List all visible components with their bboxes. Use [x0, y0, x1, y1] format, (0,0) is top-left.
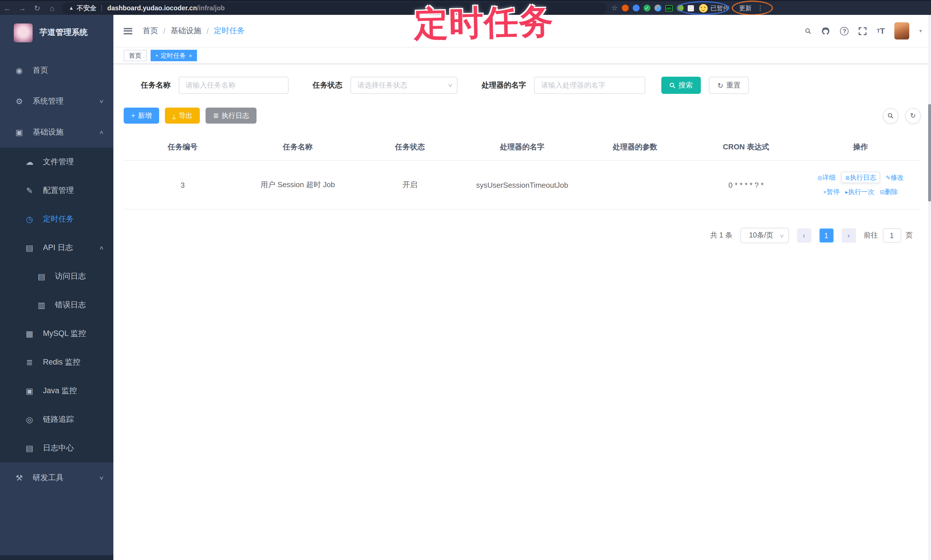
sidebar-item-mysql-monitor[interactable]: ▦ MySQL 监控	[0, 319, 113, 348]
sidebar-item-label: 文件管理	[43, 157, 74, 167]
profile-paused-chip[interactable]: 已暂停	[698, 3, 734, 13]
sidebar-item-label: 错误日志	[55, 300, 86, 310]
extension-check-icon[interactable]: ✓	[644, 5, 650, 11]
refresh-table-button[interactable]: ↻	[905, 108, 921, 123]
sidebar-item-file-manage[interactable]: ☁ 文件管理	[0, 148, 113, 176]
toggle-search-icon-button[interactable]	[883, 108, 899, 123]
sidebar-item-api-log[interactable]: ▤ API 日志 ∧	[0, 234, 113, 262]
forward-icon[interactable]: →	[15, 4, 30, 12]
fullscreen-icon[interactable]	[859, 27, 867, 35]
breadcrumb-current: 定时任务	[214, 26, 245, 36]
sidebar-item-config-manage[interactable]: ✎ 配置管理	[0, 176, 113, 205]
play-icon: ▸	[845, 189, 848, 195]
job-status-label: 任务状态	[313, 80, 342, 91]
profile-avatar-emoji	[699, 4, 708, 12]
hamburger-icon[interactable]	[124, 28, 132, 34]
page-number-1[interactable]: 1	[819, 228, 833, 243]
sidebar-item-log-center[interactable]: ▤ 日志中心	[0, 434, 113, 462]
back-icon[interactable]: ←	[0, 4, 15, 12]
app-logo-row[interactable]: 芋道管理系统	[0, 15, 113, 50]
breadcrumb-infra[interactable]: 基础设施	[171, 26, 202, 36]
font-size-icon[interactable]: TT	[877, 26, 885, 35]
sidebar-item-java-monitor[interactable]: ▣ Java 监控	[0, 377, 113, 405]
url-host[interactable]: dashboard.yudao.iocoder.cn	[107, 5, 197, 11]
tab-close-icon[interactable]: ×	[189, 52, 192, 58]
job-status-select[interactable]: 请选择任务状态 ∨	[350, 77, 458, 94]
tab-scheduled-jobs[interactable]: ● 定时任务 ×	[151, 50, 197, 61]
sidebar-item-devtools[interactable]: ⚒ 研发工具 ∨	[0, 462, 113, 493]
search-button[interactable]: 搜索	[661, 77, 701, 94]
url-path[interactable]: /infra/job	[197, 5, 225, 11]
job-name-input[interactable]	[179, 77, 288, 94]
home-icon[interactable]: ⌂	[45, 4, 60, 12]
chevron-up-icon: ∧	[99, 245, 104, 251]
exec-log-link[interactable]: ≣执行日志	[841, 172, 880, 183]
detail-link[interactable]: ◎详细	[817, 174, 835, 181]
reset-button[interactable]: ↻ 重置	[709, 77, 749, 94]
modify-link-label: 修改	[891, 174, 904, 181]
user-avatar[interactable]	[895, 22, 909, 40]
extension-grid-icon[interactable]	[654, 5, 661, 11]
export-button[interactable]: ↓ 导出	[165, 108, 200, 124]
sidebar-item-scheduled-jobs[interactable]: ◷ 定时任务	[0, 205, 113, 234]
page-scrollbar[interactable]	[928, 15, 931, 560]
sidebar-item-label: MySQL 监控	[43, 329, 86, 339]
address-bar[interactable]: ▲ 不安全 dashboard.yudao.iocoder.cn /infra/…	[62, 2, 607, 14]
pause-link[interactable]: ×暂停	[823, 188, 840, 195]
col-actions: 操作	[800, 134, 921, 160]
navbar-actions: ? TT ▾	[805, 22, 922, 40]
cell-job-name: 用户 Session 超时 Job	[242, 160, 354, 209]
next-page-button[interactable]: ›	[842, 228, 856, 243]
filter-form: 任务名称 任务状态 请选择任务状态 ∨ 处理器的名字 搜索 ↻ 重置	[124, 77, 921, 94]
infra-submenu: ☁ 文件管理 ✎ 配置管理 ◷ 定时任务 ▤ API 日志 ∧ ▤	[0, 148, 113, 462]
security-label[interactable]: 不安全	[77, 4, 97, 12]
refresh-icon: ↻	[717, 81, 723, 89]
chevron-down-icon: ∨	[99, 475, 104, 481]
sidebar-item-system[interactable]: ⚙ 系统管理 ∨	[0, 86, 113, 117]
extension-icon[interactable]	[622, 5, 629, 11]
user-menu-caret-icon[interactable]: ▾	[919, 28, 922, 34]
sidebar-item-trace[interactable]: ◎ 链路追踪	[0, 405, 113, 434]
sidebar-item-home[interactable]: ◉ 首页	[0, 55, 113, 86]
sidebar-item-access-log[interactable]: ▤ 访问日志	[0, 262, 113, 291]
run-once-link[interactable]: ▸执行一次	[845, 188, 874, 195]
extension-icon[interactable]	[633, 5, 640, 11]
handler-name-input[interactable]	[534, 77, 645, 94]
extension-on-badge[interactable]: on	[665, 5, 673, 11]
select-placeholder: 请选择任务状态	[357, 80, 407, 90]
page-size-select[interactable]: 10条/页 ∨	[740, 228, 789, 243]
extensions-puzzle-icon[interactable]	[687, 5, 694, 11]
browser-update-button[interactable]: 更新	[739, 4, 752, 12]
pagination: 共 1 条 10条/页 ∨ ‹ 1 › 前往 页	[124, 228, 921, 243]
goto-page-input[interactable]	[883, 228, 901, 243]
col-job-name: 任务名称	[242, 134, 354, 160]
modify-link[interactable]: ✎修改	[886, 174, 904, 181]
reload-icon[interactable]: ↻	[30, 4, 45, 12]
app-logo	[14, 23, 32, 42]
sidebar-item-error-log[interactable]: ▥ 错误日志	[0, 291, 113, 319]
delete-link[interactable]: ⊟删除	[880, 188, 898, 195]
sidebar-item-label: 研发工具	[32, 473, 63, 483]
exec-log-button[interactable]: ≣ 执行日志	[205, 108, 256, 124]
breadcrumb-home[interactable]: 首页	[143, 26, 158, 36]
bookmark-star-icon[interactable]: ☆	[612, 4, 618, 12]
prev-page-button[interactable]: ‹	[797, 228, 811, 243]
sidebar-item-label: 定时任务	[43, 214, 74, 225]
add-button[interactable]: + 新增	[124, 108, 159, 124]
github-icon[interactable]	[822, 27, 831, 35]
tab-home[interactable]: 首页	[124, 50, 146, 61]
cell-handler-param	[578, 160, 692, 209]
browser-menu-icon[interactable]: ⋮	[757, 4, 764, 12]
sidebar-item-redis-monitor[interactable]: ≣ Redis 监控	[0, 348, 113, 377]
plus-icon: +	[131, 112, 135, 120]
tab-active-dot: ●	[156, 54, 158, 57]
page-scrollbar-thumb[interactable]	[928, 104, 931, 202]
pause-icon: ×	[823, 189, 826, 195]
extension-leaf-icon[interactable]	[677, 5, 684, 11]
sidebar-item-infra[interactable]: ▣ 基础设施 ∧	[0, 117, 113, 148]
search-icon[interactable]	[805, 28, 812, 34]
main-area: 首页 / 基础设施 / 定时任务 ? TT ▾	[113, 15, 931, 560]
col-handler-param: 处理器的参数	[578, 134, 692, 160]
help-icon[interactable]: ?	[840, 27, 849, 35]
sidebar-item-label: 系统管理	[32, 96, 63, 106]
